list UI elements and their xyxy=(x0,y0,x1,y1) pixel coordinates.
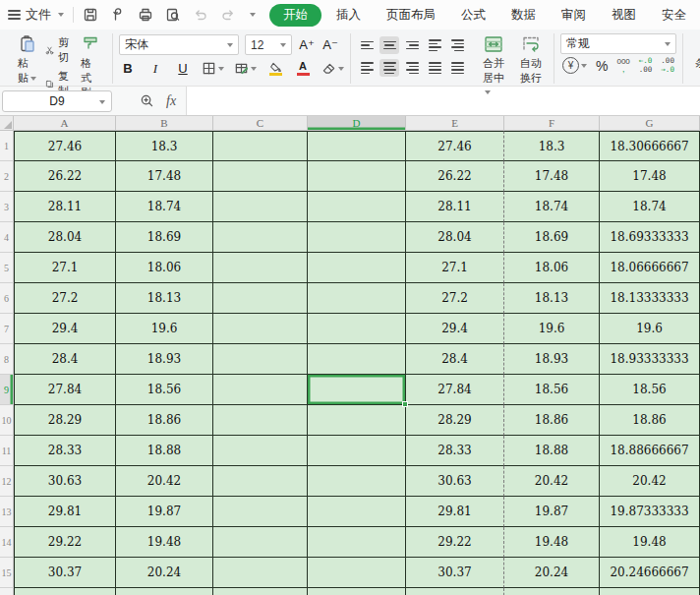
redo-icon[interactable] xyxy=(220,7,236,23)
cell-D16[interactable] xyxy=(308,588,406,595)
column-header-E[interactable]: E xyxy=(406,116,504,131)
cell-E16[interactable] xyxy=(406,588,504,595)
cell-F12[interactable]: 20.42 xyxy=(504,466,600,497)
justify-button[interactable] xyxy=(425,59,444,77)
cell-G16[interactable] xyxy=(600,588,700,595)
cell-B13[interactable]: 19.87 xyxy=(116,497,213,527)
row-header-10[interactable]: 10 xyxy=(0,405,14,436)
cell-D5[interactable] xyxy=(308,253,406,283)
name-box[interactable]: D9 xyxy=(2,90,112,112)
save-icon[interactable] xyxy=(83,7,98,23)
eraser-button[interactable] xyxy=(321,59,344,78)
cell-A15[interactable]: 30.37 xyxy=(14,558,116,588)
menu-tab-8[interactable]: 安全 xyxy=(649,4,692,27)
cell-E9[interactable]: 27.84 xyxy=(406,375,504,405)
decrease-indent-button[interactable] xyxy=(425,36,444,54)
cell-E5[interactable]: 27.1 xyxy=(406,253,504,283)
align-center-button[interactable] xyxy=(379,59,399,77)
grow-font-button[interactable]: A⁺ xyxy=(298,35,316,54)
row-header-5[interactable]: 5 xyxy=(0,253,14,283)
cell-D8[interactable] xyxy=(308,344,406,375)
more-icon[interactable] xyxy=(250,13,256,17)
cell-A10[interactable]: 28.29 xyxy=(14,405,116,436)
cell-B14[interactable]: 19.48 xyxy=(116,527,213,558)
cell-G6[interactable]: 18.13333333 xyxy=(600,283,700,314)
font-color-button[interactable]: A xyxy=(294,59,312,78)
row-header-2[interactable]: 2 xyxy=(0,161,14,192)
cell-G9[interactable]: 18.56 xyxy=(600,375,700,405)
cell-style-button[interactable] xyxy=(234,59,257,78)
cell-G7[interactable]: 19.6 xyxy=(600,314,700,344)
wrap-text-button[interactable]: 自动换行 xyxy=(514,33,548,87)
cell-C6[interactable] xyxy=(213,283,308,314)
cell-G2[interactable]: 17.48 xyxy=(600,161,700,192)
cell-F9[interactable]: 18.56 xyxy=(504,375,600,405)
cell-E10[interactable]: 28.29 xyxy=(406,405,504,436)
cell-F16[interactable] xyxy=(504,588,600,595)
cell-B2[interactable]: 17.48 xyxy=(116,161,213,192)
cell-A7[interactable]: 29.4 xyxy=(14,314,116,344)
align-middle-button[interactable] xyxy=(379,36,399,54)
cell-D15[interactable] xyxy=(308,558,406,588)
cell-F8[interactable]: 18.93 xyxy=(504,344,600,375)
number-format-select[interactable]: 常规 xyxy=(560,33,676,54)
cell-C2[interactable] xyxy=(213,161,308,192)
italic-button[interactable]: I xyxy=(146,59,164,78)
cell-G13[interactable]: 19.87333333 xyxy=(600,497,700,527)
cell-G14[interactable]: 19.48 xyxy=(600,527,700,558)
row-header-4[interactable]: 4 xyxy=(0,222,14,253)
menu-tab-1[interactable]: 开始 xyxy=(269,4,321,27)
select-all-corner[interactable] xyxy=(0,116,14,131)
cell-E7[interactable]: 29.4 xyxy=(406,314,504,344)
column-header-C[interactable]: C xyxy=(213,116,308,131)
undo-icon[interactable] xyxy=(193,7,208,23)
menu-tab-2[interactable]: 插入 xyxy=(323,4,374,27)
distributed-button[interactable] xyxy=(447,59,467,77)
row-header-7[interactable]: 7 xyxy=(0,314,14,344)
cut-button[interactable]: 剪切 xyxy=(45,35,73,65)
cell-C4[interactable] xyxy=(213,222,308,253)
cell-A5[interactable]: 27.1 xyxy=(14,253,116,283)
menu-tab-3[interactable]: 页面布局 xyxy=(374,4,448,27)
cell-C7[interactable] xyxy=(213,314,308,344)
cell-A14[interactable]: 29.22 xyxy=(14,527,116,558)
font-name-select[interactable]: 宋体 xyxy=(119,34,239,55)
cell-A11[interactable]: 28.33 xyxy=(14,436,116,466)
row-header-1[interactable]: 1 xyxy=(0,131,14,161)
cell-C13[interactable] xyxy=(213,497,308,527)
cell-E1[interactable]: 27.46 xyxy=(406,131,504,161)
cell-B6[interactable]: 18.13 xyxy=(116,283,213,314)
row-header-14[interactable]: 14 xyxy=(0,527,14,558)
cell-B10[interactable]: 18.86 xyxy=(116,405,213,436)
formula-input[interactable] xyxy=(186,87,700,115)
cell-A2[interactable]: 26.22 xyxy=(14,161,116,192)
shrink-font-button[interactable]: A⁻ xyxy=(321,35,339,54)
currency-button[interactable]: ¥ xyxy=(562,57,587,74)
cell-A8[interactable]: 28.4 xyxy=(14,344,116,375)
cell-E4[interactable]: 28.04 xyxy=(406,222,504,253)
cell-B8[interactable]: 18.93 xyxy=(116,344,213,375)
cell-C8[interactable] xyxy=(213,344,308,375)
cell-C5[interactable] xyxy=(213,253,308,283)
menu-tab-5[interactable]: 数据 xyxy=(498,4,549,27)
cell-F11[interactable]: 18.88 xyxy=(504,436,600,466)
cell-F4[interactable]: 18.69 xyxy=(504,222,600,253)
bold-button[interactable]: B xyxy=(119,59,137,78)
cell-B16[interactable] xyxy=(116,588,213,595)
cell-E13[interactable]: 29.81 xyxy=(406,497,504,527)
row-header-13[interactable]: 13 xyxy=(0,497,14,527)
row-header-12[interactable]: 12 xyxy=(0,466,14,497)
cell-A6[interactable]: 27.2 xyxy=(14,283,116,314)
cell-F10[interactable]: 18.86 xyxy=(504,405,600,436)
cell-E8[interactable]: 28.4 xyxy=(406,344,504,375)
cell-D13[interactable] xyxy=(308,497,406,527)
fill-color-button[interactable] xyxy=(266,59,284,78)
cell-G8[interactable]: 18.93333333 xyxy=(600,344,700,375)
menu-tab-4[interactable]: 公式 xyxy=(448,4,498,27)
cell-F14[interactable]: 19.48 xyxy=(504,527,600,558)
paste-button[interactable]: 粘贴 xyxy=(12,33,43,87)
row-header-3[interactable]: 3 xyxy=(0,192,14,222)
fill-handle[interactable] xyxy=(402,401,408,407)
cell-G3[interactable]: 18.74 xyxy=(600,192,700,222)
cell-D2[interactable] xyxy=(308,161,406,192)
